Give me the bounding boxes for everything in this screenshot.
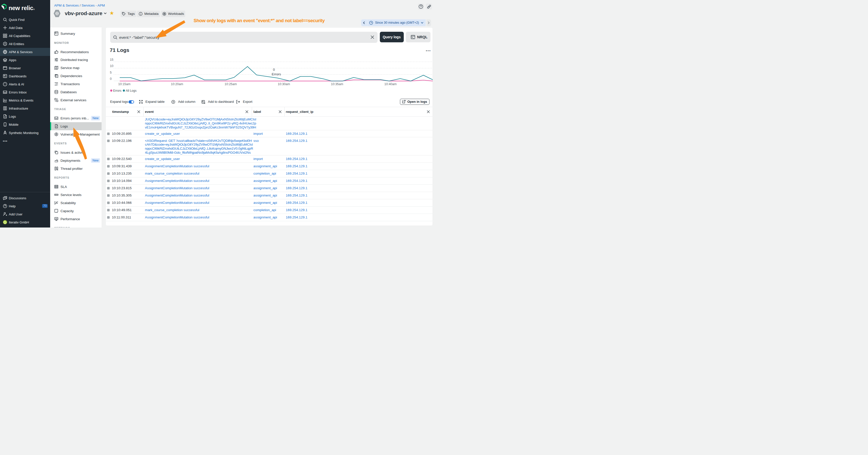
svg-text:0: 0 (273, 68, 275, 71)
svg-text:0: 0 (110, 77, 112, 80)
svg-text:10:20am: 10:20am (171, 83, 183, 86)
svg-text:10: 10 (110, 64, 114, 68)
svg-text:10:15am: 10:15am (118, 83, 130, 86)
svg-text:10:25am: 10:25am (224, 83, 237, 86)
svg-text:10:35am: 10:35am (331, 83, 343, 86)
svg-text:All Logs: All Logs (126, 89, 136, 93)
svg-text:15: 15 (110, 58, 114, 62)
svg-text:Errors: Errors (113, 89, 122, 93)
svg-text:10:30am: 10:30am (278, 83, 290, 86)
svg-text:Errors: Errors (272, 72, 281, 76)
svg-text:10:40am: 10:40am (384, 83, 397, 86)
svg-text:5: 5 (110, 71, 112, 74)
